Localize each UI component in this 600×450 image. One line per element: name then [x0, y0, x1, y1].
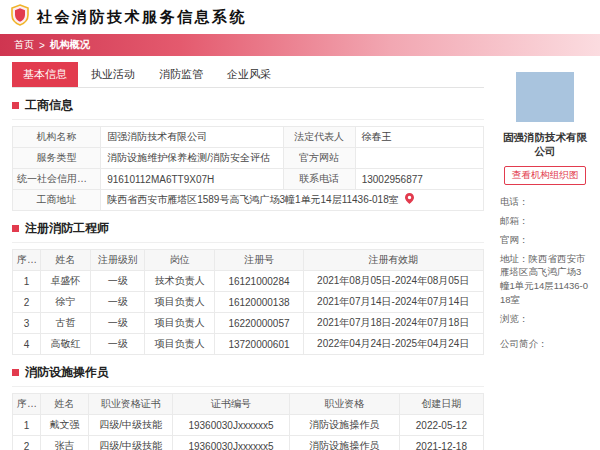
- section-title: 注册消防工程师: [25, 220, 109, 237]
- cell: 1: [13, 271, 41, 292]
- table-row: 4 高敬红 一级 项目负责人 13720000601 2022年04月24日-2…: [13, 334, 484, 355]
- column-header: 序号: [13, 250, 41, 271]
- cell: 19360030Jxxxxxx5: [173, 415, 289, 436]
- cell: 张吉: [41, 436, 89, 450]
- address-field: 地址：陕西省西安市雁塔区高飞鸿广场3幢1单元14层11436-018室: [500, 252, 590, 307]
- field-label: 法定代表人: [283, 127, 355, 148]
- section-title: 消防设施操作员: [25, 364, 109, 381]
- tab-practice-activity[interactable]: 执业活动: [80, 62, 146, 87]
- field-value: 徐春王: [355, 127, 483, 148]
- column-header: 姓名: [41, 394, 89, 415]
- tab-company-showcase[interactable]: 企业风采: [216, 62, 282, 87]
- section-bullet-icon: [12, 102, 19, 109]
- breadcrumb-banner: 首页 > 机构概况: [0, 34, 600, 56]
- column-header: 岗位: [145, 250, 215, 271]
- content-area: 基本信息 执业活动 消防监管 企业风采 工商信息 机构名称 固强消防技术有限公司…: [0, 56, 600, 450]
- cell: 19360030Jxxxxxx5: [173, 436, 289, 450]
- cell: 古哲: [41, 313, 91, 334]
- company-logo-image: [516, 72, 574, 122]
- website-field: 官网：: [500, 233, 590, 247]
- cell: 16220000057: [215, 313, 303, 334]
- app-title: 社会消防技术服务信息系统: [37, 8, 247, 27]
- field-label: 官网：: [500, 234, 529, 245]
- views-field: 浏览：: [500, 312, 590, 326]
- engineers-table: 序号 姓名 注册级别 岗位 注册号 注册有效期 1 卓盛怀 一级 技术负责人 1…: [12, 249, 484, 355]
- column-header: 注册级别: [91, 250, 145, 271]
- cell: 1: [13, 415, 41, 436]
- cell: 项目负责人: [145, 292, 215, 313]
- cell: 一级: [91, 313, 145, 334]
- cell: 消防设施操作员: [289, 415, 399, 436]
- section-business-info: 工商信息: [12, 88, 484, 120]
- cell: 2021-12-18: [399, 436, 483, 450]
- table-header-row: 序号 姓名 职业资格证书 证书编号 职业资格 创建日期: [13, 394, 484, 415]
- breadcrumb-home-link[interactable]: 首页: [14, 38, 34, 52]
- shield-logo-icon: [10, 4, 30, 30]
- cell: 卓盛怀: [41, 271, 91, 292]
- main-column: 基本信息 执业活动 消防监管 企业风采 工商信息 机构名称 固强消防技术有限公司…: [12, 62, 484, 450]
- page: 社会消防技术服务信息系统 首页 > 机构概况 基本信息 执业活动 消防监管 企业…: [0, 0, 600, 450]
- company-sidebar: 固强消防技术有限公司 查看机构组织图 电话： 邮箱： 官网： 地址：陕西省西安市…: [500, 62, 590, 450]
- table-row: 3 古哲 一级 项目负责人 16220000057 2021年07月18日-20…: [13, 313, 484, 334]
- column-header: 序号: [13, 394, 41, 415]
- field-value: 消防设施维护保养检测/消防安全评估: [101, 148, 283, 169]
- section-title: 工商信息: [25, 97, 73, 114]
- column-header: 证书编号: [173, 394, 289, 415]
- company-name: 固强消防技术有限公司: [500, 131, 590, 158]
- tab-fire-supervision[interactable]: 消防监管: [148, 62, 214, 87]
- column-header: 职业资格证书: [89, 394, 173, 415]
- breadcrumb-separator: >: [39, 40, 45, 51]
- cell: 16120000138: [215, 292, 303, 313]
- address-cell: 陕西省西安市雁塔区1589号高飞鸿广场3幢1单元14层11436-018室: [101, 190, 484, 211]
- operators-table: 序号 姓名 职业资格证书 证书编号 职业资格 创建日期 1 戴文强 四级/中级技…: [12, 393, 484, 450]
- cell: 13720000601: [215, 334, 303, 355]
- phone-field: 电话：: [500, 195, 590, 209]
- table-row: 统一社会信用代码 91610112MA6TT9X07H 联系电话 1300295…: [13, 169, 484, 190]
- cell: 2021年07月14日-2024年07月14日: [303, 292, 483, 313]
- business-info-table: 机构名称 固强消防技术有限公司 法定代表人 徐春王 服务类型 消防设施维护保养检…: [12, 126, 484, 211]
- cell: 4: [13, 334, 41, 355]
- cell: 项目负责人: [145, 334, 215, 355]
- table-row: 2 张吉 四级/中级技能 19360030Jxxxxxx5 消防设施操作员 20…: [13, 436, 484, 450]
- breadcrumb-current: 机构概况: [50, 38, 90, 52]
- cell: 消防设施操作员: [289, 436, 399, 450]
- cell: 2021年07月18日-2024年07月18日: [303, 313, 483, 334]
- cell: 2: [13, 436, 41, 450]
- view-org-chart-button[interactable]: 查看机构组织图: [504, 166, 587, 185]
- column-header: 注册有效期: [303, 250, 483, 271]
- field-label: 服务类型: [13, 148, 101, 169]
- column-header: 注册号: [215, 250, 303, 271]
- column-header: 职业资格: [289, 394, 399, 415]
- table-header-row: 序号 姓名 注册级别 岗位 注册号 注册有效期: [13, 250, 484, 271]
- cell: 项目负责人: [145, 313, 215, 334]
- field-value: [355, 148, 483, 169]
- company-intro-field: 公司简介：: [500, 337, 590, 351]
- section-bullet-icon: [12, 369, 19, 376]
- email-field: 邮箱：: [500, 214, 590, 228]
- field-value: 13002956877: [355, 169, 483, 190]
- section-bullet-icon: [12, 225, 19, 232]
- column-header: 姓名: [41, 250, 91, 271]
- location-pin-icon[interactable]: [405, 195, 414, 206]
- field-label: 浏览：: [500, 313, 529, 324]
- field-label: 机构名称: [13, 127, 101, 148]
- field-label: 工商地址: [13, 190, 101, 211]
- table-row: 服务类型 消防设施维护保养检测/消防安全评估 官方网站: [13, 148, 484, 169]
- field-label: 邮箱：: [500, 215, 529, 226]
- cell: 2022-05-12: [399, 415, 483, 436]
- field-value: 91610112MA6TT9X07H: [101, 169, 283, 190]
- field-value: 固强消防技术有限公司: [101, 127, 283, 148]
- cell: 2021年08月05日-2024年08月05日: [303, 271, 483, 292]
- cell: 2022年04月24日-2025年04月24日: [303, 334, 483, 355]
- table-row: 1 戴文强 四级/中级技能 19360030Jxxxxxx5 消防设施操作员 2…: [13, 415, 484, 436]
- field-label: 联系电话: [283, 169, 355, 190]
- cell: 一级: [91, 292, 145, 313]
- cell: 2: [13, 292, 41, 313]
- tab-basic-info[interactable]: 基本信息: [12, 62, 78, 87]
- table-row: 工商地址 陕西省西安市雁塔区1589号高飞鸿广场3幢1单元14层11436-01…: [13, 190, 484, 211]
- cell: 一级: [91, 334, 145, 355]
- table-row: 2 徐宁 一级 项目负责人 16120000138 2021年07月14日-20…: [13, 292, 484, 313]
- cell: 四级/中级技能: [89, 415, 173, 436]
- field-label: 地址：: [500, 253, 529, 264]
- field-label: 统一社会信用代码: [13, 169, 101, 190]
